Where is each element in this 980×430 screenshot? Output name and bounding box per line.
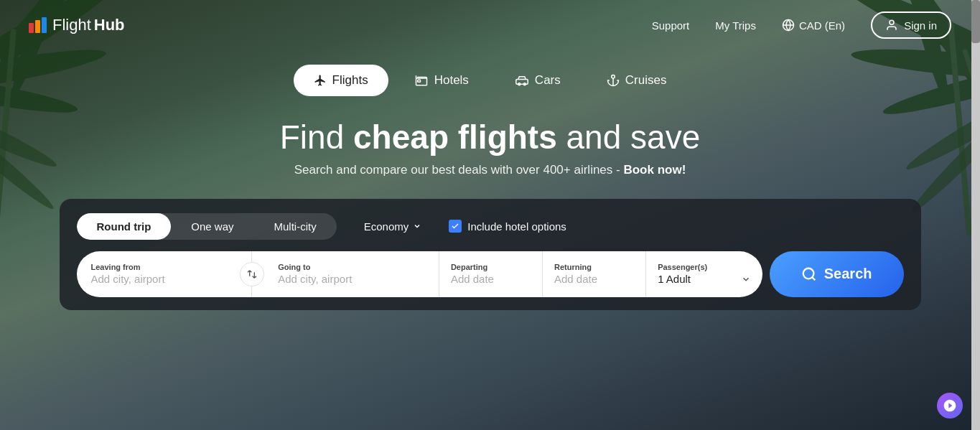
- swap-icon: [246, 268, 258, 280]
- tab-cruises[interactable]: Cruises: [587, 65, 687, 96]
- one-way-option[interactable]: One way: [171, 213, 253, 240]
- passengers-field[interactable]: Passenger(s) 1 Adult: [646, 251, 762, 297]
- search-icon: [801, 266, 817, 282]
- search-button[interactable]: Search: [770, 251, 904, 297]
- car-icon: [515, 74, 529, 87]
- hero-subtitle-text: Search and compare our best deals with o…: [294, 163, 624, 177]
- going-to-value: Add city, airport: [278, 273, 424, 285]
- swap-button[interactable]: [240, 262, 264, 286]
- tab-flights[interactable]: Flights: [294, 65, 388, 96]
- my-trips-link[interactable]: My Trips: [715, 19, 756, 32]
- anchor-icon: [607, 74, 620, 87]
- tab-cars[interactable]: Cars: [495, 65, 581, 96]
- tab-hotels[interactable]: Hotels: [394, 65, 489, 96]
- svg-rect-21: [417, 80, 420, 82]
- navbar: FlightHub Support My Trips CAD (En) Sign…: [0, 0, 980, 50]
- search-bar: Leaving from Add city, airport Going to …: [77, 251, 762, 297]
- logo[interactable]: FlightHub: [29, 16, 125, 34]
- hero-title-normal: Find: [280, 118, 353, 156]
- multi-city-option[interactable]: Multi-city: [254, 213, 337, 240]
- user-icon: [885, 19, 898, 32]
- tab-cruises-label: Cruises: [625, 73, 667, 88]
- hero-text: Find cheap flights and save Search and c…: [280, 119, 700, 177]
- passengers-label: Passenger(s): [658, 263, 751, 271]
- hero-subtitle: Search and compare our best deals with o…: [280, 163, 700, 177]
- departing-value: Add date: [451, 273, 531, 285]
- logo-text-flight: Flight: [52, 16, 91, 34]
- checkmark-icon: [451, 222, 459, 230]
- returning-label: Returning: [554, 263, 634, 271]
- scrollbar[interactable]: [971, 0, 980, 430]
- trip-options: Round trip One way Multi-city: [77, 213, 337, 240]
- round-trip-option[interactable]: Round trip: [77, 213, 172, 240]
- cabin-class-label: Economy: [364, 220, 409, 233]
- hero-title-bold: cheap flights: [353, 118, 557, 156]
- svg-point-20: [890, 20, 894, 24]
- extension-icon: [943, 398, 957, 413]
- cabin-class-selector[interactable]: Economy: [354, 213, 432, 240]
- main-content: Flights Hotels Cars Cruises Find cheap f…: [0, 50, 980, 310]
- tab-cars-label: Cars: [535, 73, 561, 88]
- svg-rect-22: [516, 80, 528, 85]
- scrollbar-thumb[interactable]: [971, 0, 980, 43]
- search-container: Round trip One way Multi-city Economy In…: [60, 199, 921, 310]
- hero-title-end: and save: [557, 118, 700, 156]
- plane-icon: [314, 74, 327, 87]
- round-trip-label: Round trip: [97, 220, 151, 233]
- svg-point-25: [612, 75, 615, 79]
- leaving-from-value: Add city, airport: [91, 273, 238, 285]
- departing-label: Departing: [451, 263, 531, 271]
- nav-links: Support My Trips CAD (En) Sign in: [652, 11, 951, 39]
- departing-field[interactable]: Departing Add date: [439, 251, 543, 297]
- leaving-from-label: Leaving from: [91, 263, 238, 271]
- tab-hotels-label: Hotels: [434, 73, 469, 88]
- hotel-option-checkbox[interactable]: [449, 220, 462, 233]
- leaving-from-field[interactable]: Leaving from Add city, airport: [77, 251, 253, 297]
- currency-selector[interactable]: CAD (En): [782, 19, 845, 32]
- logo-text-hub: Hub: [94, 16, 125, 34]
- cabin-chevron-icon: [413, 222, 421, 230]
- hotel-option-toggle[interactable]: Include hotel options: [449, 220, 566, 233]
- tabs-row: Flights Hotels Cars Cruises: [294, 65, 687, 96]
- passengers-inner: 1 Adult: [658, 273, 751, 285]
- svg-point-27: [803, 268, 814, 279]
- going-to-label: Going to: [278, 263, 424, 271]
- multi-city-label: Multi-city: [274, 220, 317, 233]
- returning-field[interactable]: Returning Add date: [543, 251, 646, 297]
- returning-value: Add date: [554, 273, 634, 285]
- currency-label: CAD (En): [799, 19, 845, 32]
- search-button-label: Search: [824, 266, 872, 282]
- tab-flights-label: Flights: [332, 73, 368, 88]
- sign-in-button[interactable]: Sign in: [871, 11, 951, 39]
- svg-line-28: [812, 277, 815, 280]
- globe-icon: [782, 19, 795, 32]
- bed-icon: [414, 74, 429, 87]
- going-to-field[interactable]: Going to Add city, airport: [252, 251, 439, 297]
- support-link[interactable]: Support: [652, 19, 690, 32]
- hero-subtitle-bold: Book now!: [623, 163, 686, 177]
- hotel-option-label: Include hotel options: [467, 220, 566, 233]
- hero-title: Find cheap flights and save: [280, 119, 700, 156]
- logo-icon: [29, 17, 47, 33]
- passengers-chevron-icon: [741, 274, 751, 284]
- one-way-label: One way: [191, 220, 233, 233]
- passengers-value: 1 Adult: [658, 273, 691, 285]
- browser-extension-button[interactable]: [937, 393, 963, 419]
- trip-type-row: Round trip One way Multi-city Economy In…: [77, 213, 904, 240]
- sign-in-label: Sign in: [904, 19, 937, 32]
